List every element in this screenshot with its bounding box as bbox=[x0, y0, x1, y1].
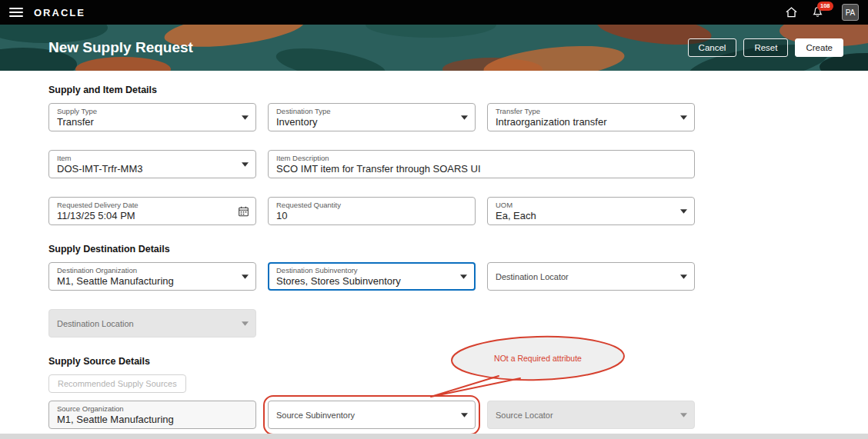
chevron-down-icon[interactable] bbox=[680, 115, 687, 120]
avatar[interactable]: PA bbox=[842, 4, 859, 21]
section-heading: Supply Source Details bbox=[48, 356, 868, 367]
destination-subinventory-field[interactable]: Destination Subinventory Stores, Stores … bbox=[268, 262, 476, 291]
form-row: Destination Organization M1, Seattle Man… bbox=[48, 262, 868, 291]
oracle-logo: ORACLE bbox=[34, 7, 85, 18]
field-value: M1, Seattle Manufacturing bbox=[57, 275, 235, 288]
destination-location-field: Destination Location bbox=[48, 309, 256, 338]
source-organization-field[interactable]: Source Organization M1, Seattle Manufact… bbox=[48, 401, 256, 429]
chevron-down-icon[interactable] bbox=[242, 274, 249, 279]
supply-type-field[interactable]: Supply Type Transfer bbox=[48, 103, 256, 131]
field-value: 10 bbox=[276, 210, 467, 223]
hamburger-menu-icon[interactable] bbox=[9, 8, 23, 17]
form-content: Supply and Item Details Supply Type Tran… bbox=[0, 71, 868, 429]
item-field[interactable]: Item DOS-IMT-Trfr-MM3 bbox=[48, 150, 256, 178]
notifications-button[interactable]: 108 bbox=[812, 6, 823, 18]
section-heading: Supply Destination Details bbox=[48, 244, 868, 254]
banner-actions: Cancel Reset Create bbox=[688, 38, 843, 57]
section-supply-item-details: Supply and Item Details Supply Type Tran… bbox=[48, 85, 868, 225]
field-value: 11/13/25 5:04 PM bbox=[57, 210, 232, 223]
bottom-edge-strip bbox=[0, 434, 868, 439]
cancel-button[interactable]: Cancel bbox=[688, 38, 737, 57]
calendar-icon[interactable] bbox=[238, 205, 249, 217]
form-row: Item DOS-IMT-Trfr-MM3 Item Description S… bbox=[48, 150, 868, 178]
topbar-actions: 108 PA bbox=[785, 4, 859, 21]
home-icon[interactable] bbox=[785, 6, 798, 18]
field-value: Transfer bbox=[57, 116, 235, 129]
destination-type-field[interactable]: Destination Type Inventory bbox=[268, 103, 476, 131]
field-value: M1, Seattle Manufacturing bbox=[57, 414, 248, 427]
create-button[interactable]: Create bbox=[795, 38, 843, 57]
field-value: DOS-IMT-Trfr-MM3 bbox=[57, 163, 235, 176]
chevron-down-icon[interactable] bbox=[242, 115, 249, 120]
form-row: Destination Location bbox=[48, 309, 868, 338]
chevron-down-icon[interactable] bbox=[461, 115, 468, 120]
field-label: Destination Type bbox=[276, 108, 455, 116]
transfer-type-field[interactable]: Transfer Type Intraorganization transfer bbox=[487, 103, 695, 131]
form-row: Supply Type Transfer Destination Type In… bbox=[48, 103, 868, 131]
field-label: Source Locator bbox=[496, 411, 553, 421]
chevron-down-icon[interactable] bbox=[461, 413, 468, 417]
section-supply-destination-details: Supply Destination Details Destination O… bbox=[48, 244, 868, 338]
field-label: Source Subinventory bbox=[276, 411, 355, 421]
item-description-field[interactable]: Item Description SCO IMT item for Transf… bbox=[268, 150, 695, 178]
uom-field[interactable]: UOM Ea, Each bbox=[487, 197, 695, 225]
field-value: Inventory bbox=[276, 116, 455, 129]
field-label: Destination Subinventory bbox=[276, 267, 455, 275]
destination-locator-field[interactable]: Destination Locator bbox=[487, 262, 695, 291]
field-label: Transfer Type bbox=[496, 108, 674, 116]
field-label: Destination Organization bbox=[57, 267, 235, 275]
field-label: UOM bbox=[496, 201, 674, 210]
field-label: Destination Location bbox=[57, 319, 134, 329]
field-value: Ea, Each bbox=[496, 210, 674, 223]
recommended-supply-sources-button: Recommended Supply Sources bbox=[48, 374, 186, 393]
source-subinventory-field[interactable]: Source Subinventory bbox=[268, 401, 476, 429]
chevron-down-icon[interactable] bbox=[680, 274, 687, 279]
field-value: Stores, Stores Subinventory bbox=[276, 275, 455, 288]
form-row: Source Organization M1, Seattle Manufact… bbox=[48, 401, 868, 429]
chevron-down-icon[interactable] bbox=[460, 274, 467, 279]
chevron-down-icon bbox=[680, 413, 687, 417]
field-label: Source Organization bbox=[57, 405, 248, 414]
field-label: Requested Quantity bbox=[276, 201, 467, 210]
field-value: SCO IMT item for Transfer through SOARS … bbox=[276, 163, 686, 176]
destination-organization-field[interactable]: Destination Organization M1, Seattle Man… bbox=[48, 262, 256, 291]
requested-quantity-field[interactable]: Requested Quantity 10 bbox=[268, 197, 476, 225]
chevron-down-icon[interactable] bbox=[680, 209, 687, 214]
field-label: Destination Locator bbox=[496, 272, 569, 282]
chevron-down-icon[interactable] bbox=[242, 162, 249, 167]
field-label: Item bbox=[57, 155, 235, 163]
requested-delivery-date-field[interactable]: Requested Delivery Date 11/13/25 5:04 PM bbox=[48, 197, 256, 225]
field-label: Item Description bbox=[276, 155, 686, 163]
field-value: Intraorganization transfer bbox=[496, 116, 674, 129]
page-banner: New Supply Request Cancel Reset Create bbox=[0, 25, 868, 71]
notification-badge: 108 bbox=[817, 2, 833, 11]
top-app-bar: ORACLE 108 PA bbox=[0, 0, 868, 25]
field-label: Supply Type bbox=[57, 108, 235, 116]
chevron-down-icon bbox=[242, 321, 249, 326]
reset-button[interactable]: Reset bbox=[743, 38, 788, 57]
field-label: Requested Delivery Date bbox=[57, 201, 232, 210]
form-row: Requested Delivery Date 11/13/25 5:04 PM… bbox=[48, 197, 868, 225]
page-title: New Supply Request bbox=[48, 39, 193, 56]
source-locator-field: Source Locator bbox=[487, 401, 695, 429]
section-supply-source-details: Supply Source Details Recommended Supply… bbox=[48, 356, 868, 429]
section-heading: Supply and Item Details bbox=[48, 85, 868, 95]
